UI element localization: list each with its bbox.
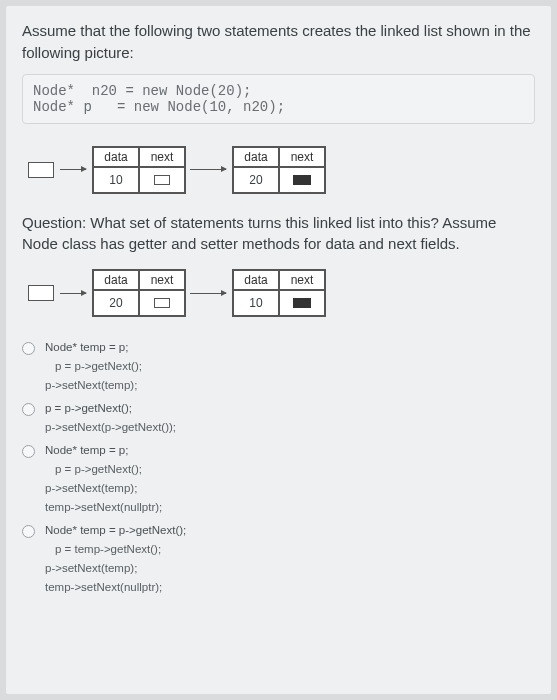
node-next-cell: [279, 167, 325, 193]
option-line: temp->setNext(nullptr);: [45, 501, 162, 513]
intro-text: Assume that the following two statements…: [22, 20, 535, 64]
null-pointer-icon: [293, 175, 311, 185]
pointer-box-icon: [154, 298, 170, 308]
radio-input[interactable]: [22, 445, 35, 458]
answer-option-2[interactable]: p = p->getNext(); p->setNext(p->getNext(…: [22, 402, 535, 440]
node-data-header: data: [233, 270, 279, 290]
node-data-value: 10: [233, 290, 279, 316]
option-body: Node* temp = p->getNext(); p = temp->get…: [45, 524, 186, 600]
pointer-origin-box: [28, 285, 54, 301]
node-next-header: next: [139, 147, 185, 167]
null-pointer-icon: [293, 298, 311, 308]
radio-input[interactable]: [22, 525, 35, 538]
node-data-value: 20: [93, 290, 139, 316]
node-next-cell: [139, 290, 185, 316]
linked-list-before: data next 10 data next 20: [28, 146, 535, 194]
option-line: p = temp->getNext();: [55, 543, 186, 555]
node-data-header: data: [93, 270, 139, 290]
arrow-icon: [190, 293, 226, 294]
node-next-header: next: [279, 147, 325, 167]
option-body: Node* temp = p; p = p->getNext(); p->set…: [45, 341, 142, 398]
option-line: temp->setNext(nullptr);: [45, 581, 186, 593]
option-line: Node* temp = p;: [45, 444, 162, 456]
pointer-box-icon: [154, 175, 170, 185]
option-body: Node* temp = p; p = p->getNext(); p->set…: [45, 444, 162, 520]
radio-input[interactable]: [22, 403, 35, 416]
node-data-header: data: [93, 147, 139, 167]
node-data-value: 10: [93, 167, 139, 193]
code-block: Node* n20 = new Node(20); Node* p = new …: [22, 74, 535, 124]
arrow-icon: [60, 169, 86, 170]
option-line: p = p->getNext();: [55, 360, 142, 372]
node-next-cell: [139, 167, 185, 193]
question-text: Question: What set of statements turns t…: [22, 212, 535, 256]
node-next-header: next: [279, 270, 325, 290]
answer-option-1[interactable]: Node* temp = p; p = p->getNext(); p->set…: [22, 341, 535, 398]
option-line: p->setNext(temp);: [45, 379, 142, 391]
node-box: data next 20: [92, 269, 186, 317]
option-body: p = p->getNext(); p->setNext(p->getNext(…: [45, 402, 176, 440]
linked-list-after: data next 20 data next 10: [28, 269, 535, 317]
node-box: data next 10: [232, 269, 326, 317]
node-box: data next 20: [232, 146, 326, 194]
arrow-icon: [190, 169, 226, 170]
option-line: p = p->getNext();: [55, 463, 162, 475]
node-data-header: data: [233, 147, 279, 167]
answer-option-3[interactable]: Node* temp = p; p = p->getNext(); p->set…: [22, 444, 535, 520]
option-line: p = p->getNext();: [45, 402, 176, 414]
node-box: data next 10: [92, 146, 186, 194]
node-data-value: 20: [233, 167, 279, 193]
node-next-cell: [279, 290, 325, 316]
option-line: Node* temp = p->getNext();: [45, 524, 186, 536]
option-line: Node* temp = p;: [45, 341, 142, 353]
radio-input[interactable]: [22, 342, 35, 355]
answer-option-4[interactable]: Node* temp = p->getNext(); p = temp->get…: [22, 524, 535, 600]
pointer-origin-box: [28, 162, 54, 178]
option-line: p->setNext(temp);: [45, 482, 162, 494]
option-line: p->setNext(p->getNext());: [45, 421, 176, 433]
option-line: p->setNext(temp);: [45, 562, 186, 574]
node-next-header: next: [139, 270, 185, 290]
arrow-icon: [60, 293, 86, 294]
question-card: Assume that the following two statements…: [6, 6, 551, 694]
